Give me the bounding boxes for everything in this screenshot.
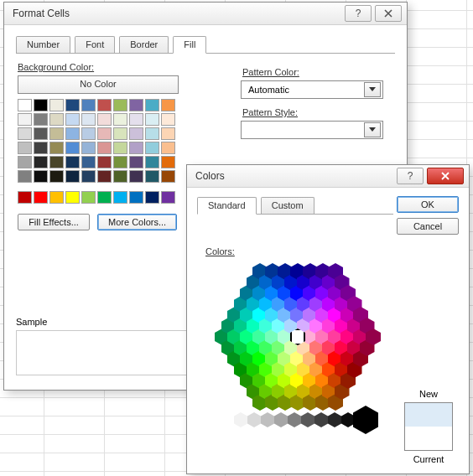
grey-hex-cell[interactable]	[301, 412, 314, 427]
color-swatch[interactable]	[113, 99, 127, 111]
color-swatch[interactable]	[113, 156, 127, 168]
color-swatch[interactable]	[145, 113, 159, 126]
greyscale-row[interactable]	[221, 412, 355, 427]
color-swatch[interactable]	[81, 142, 96, 154]
more-colors-button[interactable]: More Colors...	[97, 214, 177, 230]
color-swatch[interactable]	[145, 142, 159, 154]
color-swatch[interactable]	[49, 170, 64, 183]
colors-titlebar[interactable]: Colors ?	[187, 165, 469, 188]
color-swatch[interactable]	[49, 191, 64, 204]
color-swatch[interactable]	[113, 113, 127, 126]
color-swatch[interactable]	[113, 127, 127, 140]
color-swatch[interactable]	[145, 127, 159, 140]
color-swatch[interactable]	[49, 156, 64, 168]
tab-custom[interactable]: Custom	[261, 197, 314, 214]
color-swatch[interactable]	[18, 127, 32, 140]
color-swatch[interactable]	[18, 142, 32, 154]
grey-hex-cell[interactable]	[247, 412, 261, 427]
grey-hex-cell[interactable]	[328, 412, 341, 427]
color-swatch[interactable]	[81, 170, 96, 183]
color-swatch[interactable]	[145, 191, 159, 204]
color-swatch[interactable]	[97, 99, 112, 111]
color-swatch[interactable]	[97, 191, 112, 204]
cancel-button[interactable]: Cancel	[397, 218, 459, 235]
grey-hex-cell[interactable]	[288, 412, 301, 427]
color-swatch[interactable]	[161, 170, 175, 183]
color-swatch[interactable]	[18, 191, 32, 204]
color-swatch[interactable]	[113, 170, 127, 183]
no-color-button[interactable]: No Color	[18, 75, 179, 94]
color-swatch[interactable]	[65, 170, 80, 183]
color-swatch[interactable]	[49, 99, 64, 111]
color-swatch[interactable]	[34, 156, 48, 168]
color-swatch[interactable]	[97, 170, 112, 183]
color-swatch[interactable]	[145, 99, 159, 111]
color-swatch[interactable]	[161, 156, 175, 168]
tab-fill[interactable]: Fill	[173, 36, 206, 54]
help-button[interactable]: ?	[397, 168, 424, 184]
color-swatch[interactable]	[65, 156, 80, 168]
color-swatch[interactable]	[129, 113, 143, 126]
help-button[interactable]: ?	[345, 5, 372, 22]
color-swatch[interactable]	[161, 99, 175, 111]
close-button[interactable]	[375, 5, 402, 22]
tab-font[interactable]: Font	[75, 36, 115, 53]
color-swatch[interactable]	[81, 113, 96, 126]
color-swatch[interactable]	[18, 170, 32, 183]
color-swatch[interactable]	[113, 191, 127, 204]
color-swatch[interactable]	[161, 113, 175, 126]
close-button[interactable]	[427, 168, 464, 184]
color-swatch[interactable]	[129, 142, 143, 154]
color-swatch[interactable]	[49, 127, 64, 140]
color-hexagon[interactable]	[214, 260, 382, 414]
color-swatch[interactable]	[65, 142, 80, 154]
color-swatch[interactable]	[129, 156, 143, 168]
color-swatch[interactable]	[34, 99, 48, 111]
grey-hex-cell[interactable]	[261, 412, 274, 427]
color-swatch[interactable]	[34, 113, 48, 126]
color-swatch[interactable]	[34, 127, 48, 140]
color-swatch[interactable]	[161, 127, 175, 140]
color-swatch[interactable]	[18, 156, 32, 168]
color-swatch[interactable]	[145, 170, 159, 183]
color-swatch[interactable]	[113, 142, 127, 154]
color-swatch[interactable]	[97, 113, 112, 126]
color-swatch[interactable]	[161, 191, 175, 204]
color-swatch[interactable]	[129, 99, 143, 111]
grey-hex-cell[interactable]	[341, 412, 355, 427]
tab-number[interactable]: Number	[16, 36, 70, 53]
fill-effects-button[interactable]: Fill Effects...	[18, 214, 90, 230]
color-swatch[interactable]	[49, 142, 64, 154]
color-swatch[interactable]	[18, 113, 32, 126]
grey-hex-cell[interactable]	[274, 412, 288, 427]
color-swatch[interactable]	[145, 156, 159, 168]
color-swatch[interactable]	[81, 156, 96, 168]
format-cells-titlebar[interactable]: Format Cells ?	[4, 3, 407, 25]
color-swatch[interactable]	[65, 191, 80, 204]
color-swatch[interactable]	[129, 127, 143, 140]
color-swatch[interactable]	[97, 142, 112, 154]
color-swatch[interactable]	[129, 170, 143, 183]
pattern-color-combo[interactable]: Automatic	[241, 80, 383, 99]
color-swatch[interactable]	[81, 127, 96, 140]
color-swatch[interactable]	[65, 99, 80, 111]
grey-hex-cell[interactable]	[314, 412, 328, 427]
color-swatch[interactable]	[161, 142, 175, 154]
ok-button[interactable]: OK	[397, 196, 459, 213]
color-swatch[interactable]	[18, 99, 32, 111]
color-swatch[interactable]	[129, 191, 143, 204]
color-swatch[interactable]	[81, 191, 96, 204]
pattern-style-combo[interactable]	[241, 121, 383, 139]
tab-border[interactable]: Border	[119, 36, 169, 53]
color-swatch[interactable]	[97, 127, 112, 140]
color-swatch[interactable]	[34, 142, 48, 154]
grey-hex-cell[interactable]	[234, 412, 247, 427]
tab-standard[interactable]: Standard	[197, 197, 257, 215]
color-swatch[interactable]	[34, 191, 48, 204]
color-swatch[interactable]	[34, 170, 48, 183]
color-swatch[interactable]	[81, 99, 96, 111]
color-swatch[interactable]	[65, 127, 80, 140]
color-swatch[interactable]	[49, 113, 64, 126]
color-swatch[interactable]	[97, 156, 112, 168]
color-swatch[interactable]	[65, 113, 80, 126]
